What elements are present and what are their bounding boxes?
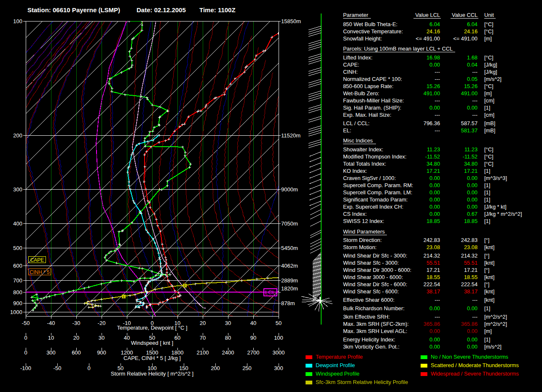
svg-text:Convective Temperature:: Convective Temperature: bbox=[343, 28, 403, 35]
svg-text:796.36: 796.36 bbox=[424, 120, 440, 126]
svg-text:Max. 3km SRH (SFC-2km):: Max. 3km SRH (SFC-2km): bbox=[343, 321, 409, 327]
svg-text:Storm Direction:: Storm Direction: bbox=[343, 237, 382, 243]
svg-text:Bulk Richardson Number:: Bulk Richardson Number: bbox=[343, 305, 405, 311]
svg-text:[m^2/s^2]: [m^2/s^2] bbox=[484, 314, 507, 320]
svg-text:[knt]: [knt] bbox=[484, 297, 494, 303]
svg-text:491.00: 491.00 bbox=[424, 90, 440, 97]
svg-text:-11.52: -11.52 bbox=[463, 153, 478, 160]
svg-text:[knt]: [knt] bbox=[484, 244, 494, 250]
svg-text:1: 1 bbox=[123, 295, 125, 299]
svg-text:17.21: 17.21 bbox=[464, 168, 478, 174]
svg-text:LCL / CCL:: LCL / CCL: bbox=[343, 120, 370, 126]
svg-text:4062m: 4062m bbox=[281, 263, 298, 269]
svg-text:CAPE:: CAPE: bbox=[343, 62, 359, 68]
svg-text:0.00: 0.00 bbox=[429, 196, 440, 203]
svg-text:18.85: 18.85 bbox=[427, 218, 440, 224]
svg-text:700: 700 bbox=[13, 277, 22, 284]
svg-text:<= 491.00: <= 491.00 bbox=[416, 35, 440, 42]
svg-text:242.83: 242.83 bbox=[461, 237, 478, 243]
svg-text:0.00: 0.00 bbox=[429, 211, 440, 217]
svg-text:Wind Shear Dir 3000 - 6000:: Wind Shear Dir 3000 - 6000: bbox=[343, 267, 411, 273]
svg-text:Effective Shear 6000:: Effective Shear 6000: bbox=[343, 297, 394, 303]
svg-text:Total Totals Index:: Total Totals Index: bbox=[343, 161, 386, 167]
svg-text:-50: -50 bbox=[54, 365, 62, 371]
svg-text:Modified Thompson Index:: Modified Thompson Index: bbox=[343, 153, 407, 160]
svg-text:Parcels: Using 100mB mean laye: Parcels: Using 100mB mean layer LCL + CC… bbox=[343, 46, 453, 52]
svg-text:Wet-Bulb Zero:: Wet-Bulb Zero: bbox=[343, 90, 379, 97]
svg-text:No / Non Severe Thunderstorms: No / Non Severe Thunderstorms bbox=[431, 354, 508, 360]
svg-text:7050m: 7050m bbox=[281, 220, 298, 227]
svg-text:---: --- bbox=[435, 297, 440, 303]
svg-text:18.85: 18.85 bbox=[464, 218, 478, 224]
svg-text:2889m: 2889m bbox=[281, 277, 298, 284]
svg-text:Storm Relative Helicity [ m^2: Storm Relative Helicity [ m^2/s^2 ] bbox=[111, 371, 193, 377]
svg-text:3km Vorticity Gen. Pot.:: 3km Vorticity Gen. Pot.: bbox=[343, 344, 400, 350]
svg-text:0.00: 0.00 bbox=[429, 182, 440, 188]
svg-text:500: 500 bbox=[13, 245, 22, 251]
svg-text:Showalter Index:: Showalter Index: bbox=[343, 146, 383, 153]
svg-text:Date: 02.12.2005: Date: 02.12.2005 bbox=[137, 6, 186, 13]
svg-text:250: 250 bbox=[242, 365, 252, 371]
svg-text:Misc Indices: Misc Indices bbox=[343, 137, 373, 144]
svg-text:[°C]: [°C] bbox=[484, 83, 493, 89]
svg-text:Wind Shear Sfc - 6000:: Wind Shear Sfc - 6000: bbox=[343, 288, 399, 295]
svg-text:60: 60 bbox=[174, 335, 180, 341]
svg-text:0.00: 0.00 bbox=[429, 189, 440, 196]
svg-text:34.80: 34.80 bbox=[427, 161, 440, 167]
svg-text:6.04: 6.04 bbox=[467, 21, 478, 27]
svg-text:3000: 3000 bbox=[273, 349, 285, 356]
svg-text:90: 90 bbox=[250, 335, 256, 341]
svg-text:Dewpoint Profile: Dewpoint Profile bbox=[316, 362, 355, 368]
svg-text:---: --- bbox=[472, 112, 478, 118]
svg-text:[1]: [1] bbox=[484, 168, 490, 174]
svg-text:[knt]: [knt] bbox=[484, 260, 494, 266]
svg-text:Fawbush-Miller Hail Size:: Fawbush-Miller Hail Size: bbox=[343, 97, 404, 104]
svg-text:[J/kg]: [J/kg] bbox=[484, 62, 497, 68]
svg-text:[J/kg * m^2/s^2]: [J/kg * m^2/s^2] bbox=[484, 211, 522, 217]
svg-text:300: 300 bbox=[13, 186, 22, 193]
svg-text:Snowfall Height:: Snowfall Height: bbox=[343, 35, 382, 42]
svg-text:17.21: 17.21 bbox=[427, 267, 440, 273]
svg-text:[°C]: [°C] bbox=[484, 21, 493, 27]
svg-text:-11.52: -11.52 bbox=[425, 153, 440, 160]
svg-text:18.55: 18.55 bbox=[464, 274, 478, 280]
svg-text:[°C]: [°C] bbox=[484, 146, 493, 153]
svg-text:0.00: 0.00 bbox=[467, 336, 478, 343]
svg-text:242.83: 242.83 bbox=[424, 237, 440, 243]
svg-text:[°C]: [°C] bbox=[484, 153, 493, 160]
svg-text:Wind Parameters: Wind Parameters bbox=[343, 228, 385, 235]
svg-text:[1]: [1] bbox=[484, 218, 490, 224]
svg-text:2400: 2400 bbox=[222, 349, 234, 356]
svg-text:[1]: [1] bbox=[484, 105, 490, 111]
svg-text:Storm Motion:: Storm Motion: bbox=[343, 244, 377, 250]
svg-text:11.23: 11.23 bbox=[464, 146, 478, 153]
svg-text:---: --- bbox=[435, 127, 440, 134]
svg-text:[m/s^2]: [m/s^2] bbox=[484, 344, 502, 350]
svg-text:[°]: [°] bbox=[484, 267, 489, 273]
svg-text:[m]: [m] bbox=[484, 35, 492, 42]
svg-text:CS Index:: CS Index: bbox=[343, 211, 367, 217]
svg-text:Craven SigSvr / 1000:: Craven SigSvr / 1000: bbox=[343, 175, 396, 181]
svg-text:[°C]: [°C] bbox=[484, 161, 493, 167]
svg-text:581.37: 581.37 bbox=[461, 127, 478, 134]
svg-text:[J/kg]: [J/kg] bbox=[484, 69, 497, 75]
svg-text:[m/s^2]: [m/s^2] bbox=[484, 76, 502, 82]
svg-text:3km Effective SRH:: 3km Effective SRH: bbox=[343, 314, 390, 320]
svg-text:[°C]: [°C] bbox=[484, 28, 493, 35]
svg-text:Temperature, Dewpoint [ °C ]: Temperature, Dewpoint [ °C ] bbox=[117, 325, 187, 331]
svg-text:0.00: 0.00 bbox=[429, 105, 440, 111]
svg-text:20: 20 bbox=[73, 335, 79, 341]
svg-text:[mB]: [mB] bbox=[484, 127, 495, 134]
svg-text:[1]: [1] bbox=[484, 189, 490, 196]
svg-text:900: 900 bbox=[13, 300, 22, 306]
svg-text:Scattered / Moderate Thunderst: Scattered / Moderate Thunderstorms bbox=[431, 362, 519, 368]
svg-text:Wind Shear Dir Sfc - 3000:: Wind Shear Dir Sfc - 3000: bbox=[343, 252, 407, 259]
svg-text:23.08: 23.08 bbox=[464, 244, 478, 250]
svg-text:[cm]: [cm] bbox=[484, 112, 494, 118]
svg-text:Windspeed [ knt ]: Windspeed [ knt ] bbox=[131, 340, 173, 346]
svg-text:878m: 878m bbox=[281, 300, 295, 306]
svg-text:491.00: 491.00 bbox=[461, 90, 478, 97]
svg-text:214.32: 214.32 bbox=[424, 252, 440, 259]
svg-text:30: 30 bbox=[225, 320, 231, 326]
svg-text:SWISS 12 Index:: SWISS 12 Index: bbox=[343, 218, 384, 224]
